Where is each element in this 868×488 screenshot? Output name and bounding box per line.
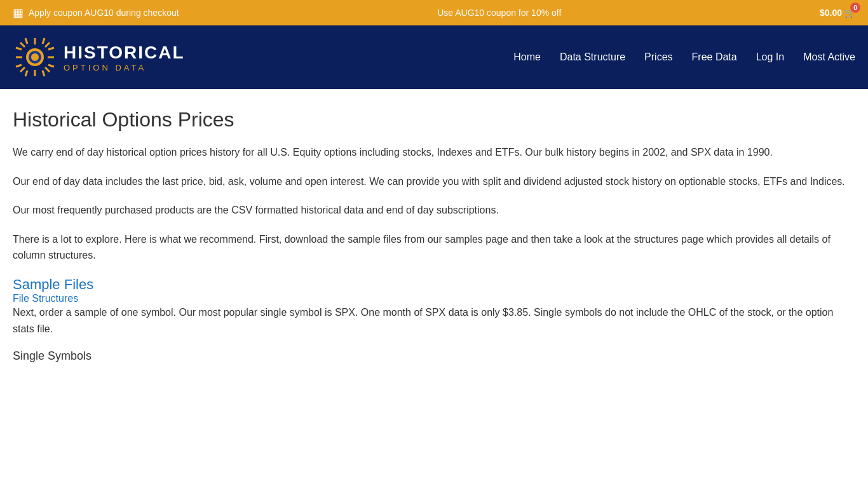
banner-center-text: Use AUG10 coupon for 10% off: [437, 8, 561, 18]
nav-link-prices[interactable]: Prices: [644, 51, 672, 62]
svg-point-18: [31, 53, 39, 61]
svg-line-5: [20, 43, 25, 47]
svg-line-10: [43, 38, 44, 44]
cart-badge: 0: [850, 3, 860, 13]
nav-item-prices[interactable]: Prices: [644, 51, 672, 63]
svg-line-14: [48, 65, 54, 67]
nav-item-data-structure[interactable]: Data Structure: [560, 51, 625, 63]
paragraph-2: Our end of day data includes the last pr…: [13, 173, 855, 190]
page-title: Historical Options Prices: [13, 108, 855, 132]
logo-subtitle: OPTION DATA: [64, 63, 185, 72]
nav-item-home[interactable]: Home: [513, 51, 541, 63]
navbar: HISTORICAL OPTION DATA Home Data Structu…: [0, 25, 868, 89]
main-content: Historical Options Prices We carry end o…: [0, 89, 868, 376]
nav-link-most-active[interactable]: Most Active: [803, 51, 855, 62]
barcode-icon: ▦: [13, 6, 24, 20]
sample-files-link[interactable]: Sample Files: [13, 276, 93, 292]
cart-price: $0.00: [820, 8, 842, 18]
nav-link-home[interactable]: Home: [513, 51, 541, 62]
single-symbols-title: Single Symbols: [13, 349, 855, 363]
logo-text-area: HISTORICAL OPTION DATA: [64, 43, 185, 72]
nav-item-login[interactable]: Log In: [756, 51, 784, 63]
nav-item-most-active[interactable]: Most Active: [803, 51, 855, 63]
banner-left-text: Apply coupon AUG10 during checkout: [29, 8, 179, 18]
paragraph-3: Our most frequently purchased products a…: [13, 202, 855, 219]
nav-link-data-structure[interactable]: Data Structure: [560, 51, 625, 62]
logo-title: HISTORICAL: [64, 43, 185, 63]
svg-line-15: [25, 71, 27, 76]
top-banner: ▦ Apply coupon AUG10 during checkout Use…: [0, 0, 868, 25]
paragraph-5: Next, order a sample of one symbol. Our …: [13, 304, 855, 337]
svg-line-12: [16, 65, 22, 67]
cart-icon-wrapper[interactable]: 🛒 0: [844, 8, 855, 18]
svg-line-6: [45, 67, 50, 72]
nav-links: Home Data Structure Prices Free Data Log…: [513, 51, 855, 63]
nav-link-free-data[interactable]: Free Data: [692, 51, 737, 62]
svg-line-16: [43, 71, 44, 76]
svg-line-9: [25, 38, 27, 44]
nav-item-free-data[interactable]: Free Data: [692, 51, 737, 63]
svg-line-7: [45, 43, 50, 47]
banner-right: $0.00 🛒 0: [820, 8, 855, 18]
svg-line-11: [16, 48, 22, 50]
file-structures-link[interactable]: File Structures: [13, 293, 78, 304]
banner-left: ▦ Apply coupon AUG10 during checkout: [13, 6, 179, 20]
svg-line-8: [20, 67, 25, 72]
paragraph-1: We carry end of day historical option pr…: [13, 144, 855, 161]
paragraph-4: There is a lot to explore. Here is what …: [13, 231, 855, 264]
logo-icon: [13, 35, 57, 79]
svg-line-13: [48, 48, 54, 50]
logo-area[interactable]: HISTORICAL OPTION DATA: [13, 35, 185, 79]
nav-link-login[interactable]: Log In: [756, 51, 784, 62]
